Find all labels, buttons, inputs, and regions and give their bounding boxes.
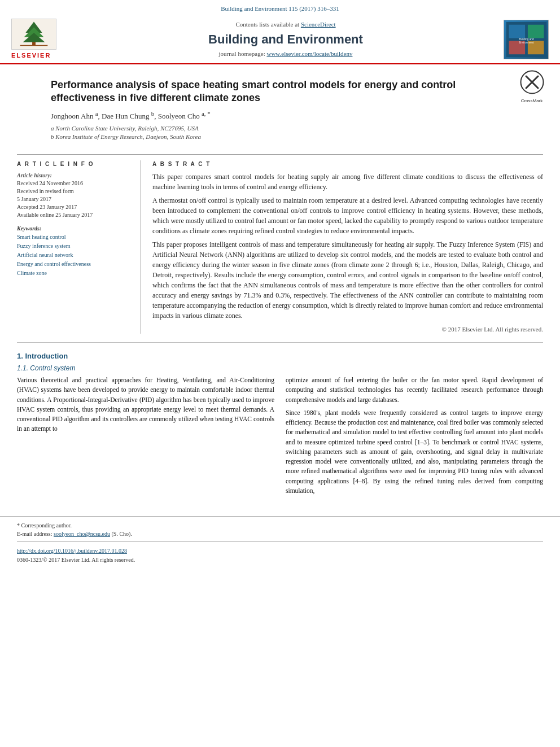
svg-rect-7 [509, 25, 525, 38]
section-divider [17, 342, 543, 343]
author-names: Jonghoon Ahn a, Dae Hun Chung b, Soolyeo… [51, 112, 211, 120]
email-link[interactable]: soolyeon_cho@ncsu.edu [54, 531, 110, 537]
intro-heading: 1. Introduction [17, 351, 543, 361]
accepted-date: Accepted 23 January 2017 [17, 203, 132, 211]
affiliations: a North Carolina State University, Ralei… [51, 124, 487, 142]
keywords-section: Keywords: Smart heating control Fuzzy in… [17, 225, 132, 278]
article-info-column: A R T I C L E I N F O Article history: R… [17, 160, 141, 334]
footer-divider [17, 541, 543, 542]
article-info-label: A R T I C L E I N F O [17, 160, 132, 168]
article-title-section: CrossMark Performance analysis of space … [17, 70, 543, 147]
body-left-col: Various theoretical and practical approa… [17, 375, 274, 499]
intro-left-para: Various theoretical and practical approa… [17, 375, 274, 434]
journal-center: Contents lists available at ScienceDirec… [68, 20, 504, 59]
affil-a: a North Carolina State University, Ralei… [51, 124, 487, 133]
elsevier-brand: ELSEVIER [11, 51, 51, 60]
citation-text: Building and Environment 115 (2017) 316–… [221, 5, 339, 12]
journal-homepage: journal homepage: www.elsevier.com/locat… [68, 50, 504, 58]
abstract-para2: A thermostat on/off control is typically… [152, 195, 543, 236]
keyword-3: Artificial neural network [17, 251, 132, 260]
authors: Jonghoon Ahn a, Dae Hun Chung b, Soolyeo… [51, 110, 487, 122]
body-columns: Various theoretical and practical approa… [17, 375, 543, 499]
journal-header: Building and Environment 115 (2017) 316–… [0, 0, 560, 64]
page-footer: * Corresponding author. E-mail address: … [0, 516, 560, 569]
crossmark-icon: CrossMark [519, 69, 545, 104]
intro-right-para2: Since 1980's, plant models were frequent… [286, 408, 543, 496]
body-right-text: optimize amount of fuel entering the boi… [286, 375, 543, 496]
elsevier-logo: ELSEVIER [11, 19, 68, 60]
abstract-label: A B S T R A C T [152, 160, 543, 168]
body-left-text: Various theoretical and practical approa… [17, 375, 274, 434]
history-label: Article history: [17, 172, 132, 180]
journal-title: Building and Environment [68, 31, 504, 49]
keywords-label: Keywords: [17, 225, 132, 233]
email-note: E-mail address: soolyeon_cho@ncsu.edu (S… [17, 530, 543, 538]
received-revised-label: Received in revised form [17, 187, 132, 195]
contents-available: Contents lists available at ScienceDirec… [68, 20, 504, 29]
available-date: Available online 25 January 2017 [17, 211, 132, 219]
article-info-abstract: A R T I C L E I N F O Article history: R… [17, 154, 543, 334]
doi-link: http://dx.doi.org/10.1016/j.buildenv.201… [17, 545, 543, 556]
intro-right-para1: optimize amount of fuel entering the boi… [286, 375, 543, 405]
affil-b: b Korea Institute of Energy Research, Da… [51, 133, 487, 141]
crossmark-badge: CrossMark [520, 76, 543, 98]
article-history-block: Article history: Received 24 November 20… [17, 172, 132, 219]
intro-subheading: 1.1. Control system [17, 364, 543, 373]
keyword-2: Fuzzy inference system [17, 242, 132, 251]
abstract-column: A B S T R A C T This paper compares smar… [152, 160, 543, 334]
body-introduction: 1. Introduction 1.1. Control system Vari… [17, 351, 543, 499]
svg-text:Environment: Environment [519, 41, 534, 44]
citation-bar: Building and Environment 115 (2017) 316–… [11, 5, 549, 13]
svg-text:Building and: Building and [519, 38, 534, 41]
abstract-para1: This paper compares smart control models… [152, 172, 543, 192]
doi-anchor[interactable]: http://dx.doi.org/10.1016/j.buildenv.201… [17, 548, 127, 554]
elsevier-tree-image [11, 19, 56, 50]
svg-rect-8 [527, 25, 544, 38]
sciencedirect-link[interactable]: ScienceDirect [301, 21, 336, 28]
issn-line: 0360-1323/© 2017 Elsevier Ltd. All right… [17, 556, 543, 564]
copyright: © 2017 Elsevier Ltd. All rights reserved… [152, 325, 543, 334]
homepage-url[interactable]: www.elsevier.com/locate/buildenv [266, 50, 352, 57]
body-right-col: optimize amount of fuel entering the boi… [286, 375, 543, 499]
keyword-5: Climate zone [17, 269, 132, 278]
page: Building and Environment 115 (2017) 316–… [0, 0, 560, 747]
corresponding-note: * Corresponding author. [17, 521, 543, 530]
abstract-text: This paper compares smart control models… [152, 172, 543, 321]
keyword-4: Energy and control effectiveness [17, 260, 132, 269]
keyword-1: Smart heating control [17, 233, 132, 242]
journal-thumbnail: Building and Environment [504, 20, 549, 59]
revised-date: 5 January 2017 [17, 195, 132, 203]
article-title: Performance analysis of space heating sm… [51, 78, 487, 105]
abstract-para3: This paper proposes intelligent controls… [152, 239, 543, 321]
main-content: CrossMark Performance analysis of space … [0, 64, 560, 510]
received-date: Received 24 November 2016 [17, 180, 132, 187]
journal-header-inner: ELSEVIER Contents lists available at Sci… [11, 16, 549, 63]
